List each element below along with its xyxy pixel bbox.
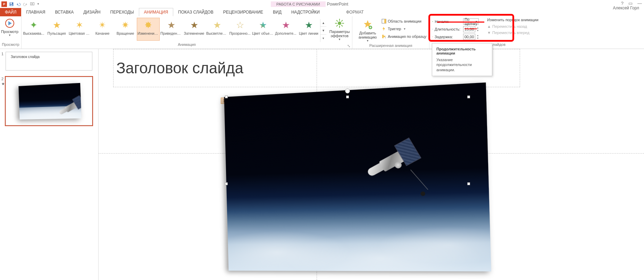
- spin-down[interactable]: ▼: [477, 37, 479, 40]
- gallery-item-transparency[interactable]: ☆Прозрачно...: [228, 18, 251, 41]
- animation-painter-icon: [382, 34, 386, 39]
- group-label-animation: Анимация⤡: [22, 42, 352, 49]
- gallery-item-teeter[interactable]: ✴Качание: [91, 18, 114, 41]
- gallery-item-spin[interactable]: ✷Вращение: [114, 18, 137, 41]
- preview-button[interactable]: Просмотр ▼: [0, 16, 19, 42]
- undo-icon[interactable]: [16, 2, 21, 7]
- tab-transitions[interactable]: ПЕРЕХОДЫ: [106, 8, 139, 16]
- tab-slideshow[interactable]: ПОКАЗ СЛАЙДОВ: [173, 8, 218, 16]
- gallery-scroll: ▲ ▼ ▾: [320, 19, 326, 42]
- preview-icon: [4, 18, 15, 29]
- selected-picture[interactable]: [226, 97, 469, 271]
- start-row: Начало: По щелчку▼: [432, 18, 479, 25]
- spin-up[interactable]: ▲: [477, 26, 479, 29]
- resize-handle-tr[interactable]: [467, 96, 470, 98]
- dropdown-icon: ▼: [475, 20, 478, 23]
- gallery-item-color-pulse[interactable]: ✶Цветовая п...: [68, 18, 91, 41]
- tooltip-body: Указание продолжительности анимации.: [436, 57, 488, 72]
- move-earlier-button[interactable]: ▲Переместить назад: [487, 23, 538, 30]
- gallery-item-desaturate[interactable]: ★Приведени...: [160, 18, 183, 41]
- ribbon-tabs: ФАЙЛ ГЛАВНАЯ ВСТАВКА ДИЗАЙН ПЕРЕХОДЫ АНИ…: [0, 8, 644, 16]
- start-dropdown[interactable]: По щелчку▼: [463, 18, 479, 25]
- effect-options-label: Параметры эффектов: [327, 30, 352, 38]
- animation-pane-button[interactable]: Область анимации: [382, 18, 426, 25]
- thumbnail-slide-2[interactable]: 2 ★: [6, 77, 93, 125]
- gallery-item-grow-shrink[interactable]: ✸Изменение...: [137, 18, 160, 41]
- delay-clock-icon: [432, 34, 433, 39]
- workspace: 1 Заголовок слайда 2 ★ Заголовок с: [0, 49, 644, 280]
- resize-handle-l[interactable]: [225, 182, 228, 185]
- slide-mini-2: [6, 77, 92, 125]
- reorder-controls: Изменить порядок анимации ▲Переместить н…: [484, 16, 541, 36]
- dropdown-icon: ▼: [338, 38, 341, 41]
- powerpoint-icon: P: [1, 1, 7, 7]
- dropdown-icon: ▼: [8, 34, 11, 37]
- dialog-launcher-icon[interactable]: ⤡: [346, 44, 351, 48]
- window-controls: ? ▭ —: [621, 1, 642, 6]
- gallery-item-object-color[interactable]: ★Цвет объекта: [251, 18, 274, 41]
- resize-handle-r[interactable]: [467, 182, 470, 185]
- slide-number: 2: [1, 77, 3, 81]
- move-later-button[interactable]: ▼Переместить вперед: [487, 30, 538, 36]
- thumbnail-slide-1[interactable]: 1 Заголовок слайда: [6, 52, 93, 71]
- effect-options-button[interactable]: Параметры эффектов ▼: [327, 16, 352, 42]
- save-icon[interactable]: [9, 2, 14, 7]
- title-text: Заголовок слайда: [116, 59, 243, 77]
- gallery-scroll-down[interactable]: ▼: [320, 27, 326, 34]
- svg-rect-8: [384, 19, 386, 23]
- gallery-item-line-color[interactable]: ★Цвет линии: [297, 18, 320, 41]
- resize-handle-tl[interactable]: [225, 96, 228, 98]
- qat-dropdown-icon[interactable]: ▼: [37, 2, 40, 6]
- advanced-animation-list: Область анимации Триггер▼ Анимация по об…: [382, 18, 426, 40]
- duration-input[interactable]: 15,00: [463, 26, 476, 32]
- resize-handle-t[interactable]: [346, 96, 349, 98]
- start-play-icon: [432, 19, 433, 24]
- add-animation-button[interactable]: Добавить анимацию ▼: [355, 18, 380, 43]
- gallery-scroll-up[interactable]: ▲: [320, 19, 326, 27]
- start-slideshow-icon[interactable]: [30, 2, 35, 7]
- gallery-item-complementary[interactable]: ★Дополните...: [274, 18, 297, 41]
- redo-icon[interactable]: [23, 2, 28, 7]
- user-name[interactable]: Алексей Горл: [613, 6, 639, 10]
- tab-addins[interactable]: НАДСТРОЙКИ: [286, 8, 325, 16]
- spin-up[interactable]: ▲: [477, 34, 479, 37]
- up-arrow-icon: ▲: [487, 24, 491, 28]
- tooltip-title: Продолжительность анимации: [436, 47, 488, 55]
- tab-animation[interactable]: АНИМАЦИЯ: [139, 8, 173, 16]
- rotation-handle[interactable]: [345, 89, 350, 93]
- gallery-item-pulse[interactable]: ★Пульсация: [45, 18, 68, 41]
- effect-options-icon: [334, 18, 345, 29]
- timing-controls: Начало: По щелчку▼ Длительность: 15,00 ▲…: [429, 16, 482, 41]
- ribbon-display-icon[interactable]: ▭: [628, 1, 633, 6]
- tab-view[interactable]: ВИД: [268, 8, 286, 16]
- tab-design[interactable]: ДИЗАЙН: [78, 8, 105, 16]
- tab-review[interactable]: РЕЦЕНЗИРОВАНИЕ: [218, 8, 268, 16]
- slide-edit-area[interactable]: Заголовок слайда 1: [99, 49, 644, 280]
- gallery-item-lighten[interactable]: ★Высветление: [206, 18, 228, 41]
- dropdown-icon: ▼: [366, 39, 369, 42]
- trigger-button[interactable]: Триггер▼: [382, 25, 426, 32]
- svg-rect-1: [10, 2, 12, 4]
- help-icon[interactable]: ?: [621, 1, 624, 6]
- title-bar: P ▼ Презентация1 - PowerPoint РАБОТА С Р…: [0, 0, 644, 8]
- group-label-preview: Просмотр: [0, 42, 21, 49]
- tab-home[interactable]: ГЛАВНАЯ: [21, 8, 50, 16]
- slide-thumbnails-panel: 1 Заголовок слайда 2 ★: [0, 49, 99, 280]
- tab-format[interactable]: ФОРМАТ: [341, 8, 369, 16]
- gallery-item-darken[interactable]: ★Затемнение: [183, 18, 206, 41]
- minimize-icon[interactable]: —: [637, 1, 642, 6]
- tab-file[interactable]: ФАЙЛ: [0, 8, 21, 16]
- add-animation-icon: [362, 19, 373, 30]
- animation-painter-button[interactable]: Анимация по образцу: [382, 33, 426, 40]
- delay-input[interactable]: 00,00: [463, 34, 476, 40]
- slide-mini-1: Заголовок слайда: [6, 52, 92, 71]
- start-label: Начало:: [435, 19, 462, 24]
- group-label-advanced: Расширенная анимация: [352, 43, 429, 49]
- tab-insert[interactable]: ВСТАВКА: [50, 8, 78, 16]
- spin-down[interactable]: ▼: [477, 29, 479, 32]
- animation-indicator-icon: ★: [1, 82, 5, 86]
- gallery-item-fly-in[interactable]: ✦Выскакива...: [22, 18, 45, 41]
- duration-row: Длительность: 15,00 ▲▼: [432, 25, 479, 33]
- gallery-more[interactable]: ▾: [320, 35, 326, 42]
- animation-pane-icon: [382, 19, 386, 24]
